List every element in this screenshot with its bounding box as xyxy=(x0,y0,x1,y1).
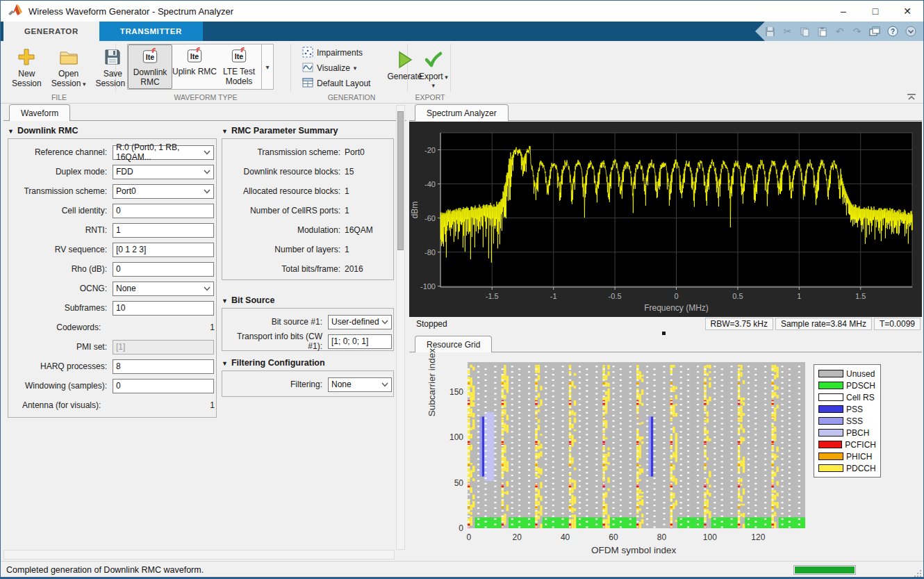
dropdown-duplex-mode-[interactable]: FDD xyxy=(113,165,214,179)
button-label: Models xyxy=(226,76,253,86)
dropdown-bit-source-1-[interactable]: User-defined xyxy=(328,315,392,329)
summary-value: 1 xyxy=(345,206,349,215)
button-label: RMC xyxy=(140,77,159,87)
button-label: LTE Test xyxy=(223,67,255,76)
open-session-button[interactable]: OpenSession ▾ xyxy=(49,44,89,90)
impairments-button[interactable]: Impairments xyxy=(302,47,370,59)
collapse-toolstrip-icon[interactable] xyxy=(907,92,916,100)
window-layers-icon[interactable] xyxy=(869,25,880,38)
legend-row: PHICH xyxy=(818,450,876,462)
section-header-bit-source[interactable]: ▼Bit Source xyxy=(222,295,274,305)
save-icon[interactable] xyxy=(765,25,775,38)
field-value: 1 xyxy=(210,400,215,410)
input-harq-processes-[interactable]: 8 xyxy=(113,359,214,374)
summary-row: Total bits/frame:2016 xyxy=(225,261,390,277)
y-tick-label: 0 xyxy=(443,523,463,533)
legend-swatch xyxy=(818,417,843,425)
field-value: 10 xyxy=(116,303,125,313)
ribbon-tab-generator[interactable]: GENERATOR xyxy=(3,22,99,41)
section-header-filtering-configuration[interactable]: ▼Filtering Configuration xyxy=(222,358,325,368)
input-transport-info-bits-cw-1-[interactable]: [1; 0; 0; 1] xyxy=(328,334,392,349)
uplink-rmc--button[interactable]: lteUplink RMC xyxy=(172,44,217,89)
undo-icon[interactable]: ↶ xyxy=(834,25,845,38)
maximize-button[interactable]: □ xyxy=(859,1,891,22)
minimize-button[interactable]: – xyxy=(827,1,859,22)
summary-row: Number of layers:1 xyxy=(225,242,390,257)
tab-spectrum-analyzer[interactable]: Spectrum Analyzer xyxy=(415,104,509,121)
x-tick-label: 60 xyxy=(609,532,618,542)
horizontal-scrollbar[interactable] xyxy=(3,550,395,560)
legend-row: PCFICH xyxy=(818,439,876,450)
form-row: Codewords:1 xyxy=(11,320,215,335)
legend-swatch xyxy=(818,382,843,389)
summary-label: Downlink resource blocks: xyxy=(225,167,345,177)
tab-waveform[interactable]: Waveform xyxy=(9,104,70,121)
form-row: Filtering:None xyxy=(225,377,392,392)
close-button[interactable]: ✕ xyxy=(891,1,923,22)
input-subframes-[interactable]: 10 xyxy=(113,301,214,316)
more-icon[interactable] xyxy=(905,25,916,38)
spectrum-tabbar: Spectrum Analyzer xyxy=(409,104,922,121)
downlink-rmc-button[interactable]: lteDownlinkRMC xyxy=(128,44,172,89)
dropdown-filtering-[interactable]: None xyxy=(328,377,392,392)
legend-swatch xyxy=(818,464,843,472)
svg-text:dBm: dBm xyxy=(410,202,420,219)
new-session-button[interactable]: NewSession xyxy=(9,44,44,90)
redo-icon[interactable]: ↷ xyxy=(852,25,862,38)
input-rv-sequence-[interactable]: [0 1 2 3] xyxy=(113,243,214,257)
dropdown-ocng-[interactable]: None xyxy=(113,282,214,296)
default-layout-button[interactable]: Default Layout xyxy=(302,77,370,90)
quick-access-toolbar: ✂↶↷? xyxy=(765,22,923,41)
input-cell-identity-[interactable]: 0 xyxy=(113,204,214,218)
spectrum-statusbar: Stopped RBW=3.75 kHzSample rate=3.84 MHz… xyxy=(409,317,922,331)
input-windowing-samples-[interactable]: 0 xyxy=(113,379,214,393)
field-label: Transmission scheme: xyxy=(11,186,111,196)
dropdown-reference-channel-[interactable]: R.0 (Port0, 1 RB, 16QAM... xyxy=(113,145,214,160)
resource-grid-legend: UnusedPDSCHCell RSPSSSSSPBCHPCFICHPHICHP… xyxy=(814,364,881,478)
form-row: RNTI:1 xyxy=(11,222,215,238)
vertical-scrollbar[interactable] xyxy=(396,105,405,550)
dropdown-transmission-scheme-[interactable]: Port0 xyxy=(113,184,214,199)
dropdown-arrow-icon: ▾ xyxy=(354,65,357,72)
lte-icon: lte xyxy=(142,47,158,67)
form-row: Duplex mode:FDD xyxy=(11,164,215,179)
field-value: None xyxy=(116,284,136,293)
lte-test-models-button[interactable]: lteLTE TestModels xyxy=(217,44,261,89)
scrollbar-thumb[interactable] xyxy=(397,111,404,250)
summary-value: 16QAM xyxy=(345,225,373,235)
resize-grip[interactable] xyxy=(914,568,922,576)
status-message: Completed generation of Downlink RMC wav… xyxy=(6,565,204,575)
status-bar: Completed generation of Downlink RMC wav… xyxy=(1,561,923,578)
summary-value: Port0 xyxy=(345,147,365,157)
button-label: Session xyxy=(12,79,42,88)
summary-value: 15 xyxy=(345,167,354,177)
ribbon-tab-transmitter[interactable]: TRANSMITTER xyxy=(99,22,203,41)
svg-text:?: ? xyxy=(891,28,895,35)
generation-stack: ImpairmentsVisualize▾Default Layout xyxy=(302,44,370,90)
cut-icon[interactable]: ✂ xyxy=(782,25,793,38)
button-label: Visualize xyxy=(317,63,350,73)
section-header-rmc-parameter-summary[interactable]: ▼RMC Parameter Summary xyxy=(222,126,338,136)
resource-grid-panel: Resource Grid 020406080100120050100150OF… xyxy=(409,335,922,561)
input-rho-db-[interactable]: 0 xyxy=(113,262,214,277)
input-rnti-[interactable]: 1 xyxy=(113,223,214,238)
y-axis-label: Subcarrier index xyxy=(427,348,437,416)
svg-text:0: 0 xyxy=(674,292,678,300)
export-check-icon xyxy=(424,48,443,72)
paste-icon[interactable] xyxy=(817,25,827,38)
legend-label: PDSCH xyxy=(846,381,875,391)
copy-icon[interactable] xyxy=(800,25,810,38)
y-tick-label: 150 xyxy=(443,387,463,397)
section-header-downlink-rmc[interactable]: ▼Downlink RMC xyxy=(8,126,78,136)
export-button[interactable]: Export ▾▾ xyxy=(416,44,451,90)
legend-label: PHICH xyxy=(846,452,872,462)
field-label: Subframes: xyxy=(11,303,111,313)
gallery-overflow-button[interactable]: ▾ xyxy=(261,44,273,89)
resource-grid-tabbar: Resource Grid xyxy=(409,335,922,352)
field-label: Windowing (samples): xyxy=(11,381,111,391)
visualize-button[interactable]: Visualize▾ xyxy=(302,62,370,74)
help-icon[interactable]: ? xyxy=(887,25,898,38)
section-label: EXPORT xyxy=(412,93,448,101)
form-row: Transport info bits (CW #1):[1; 0; 0; 1] xyxy=(225,334,392,349)
form-row: OCNG:None xyxy=(11,281,215,296)
